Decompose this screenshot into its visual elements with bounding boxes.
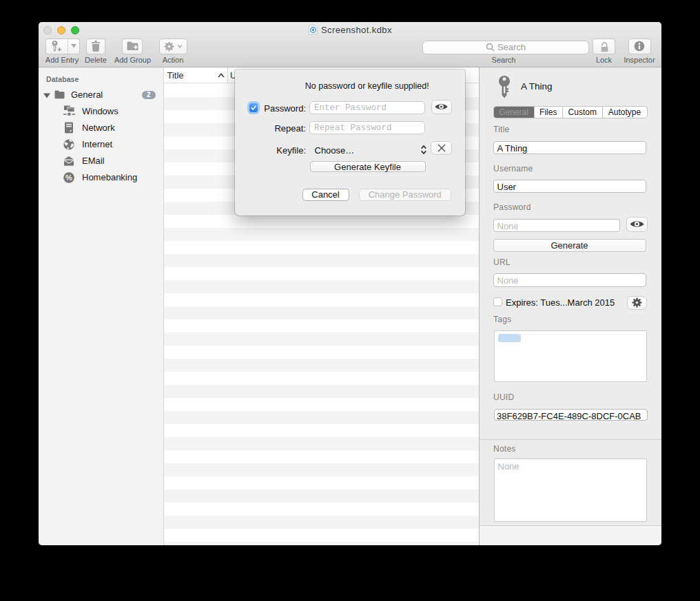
svg-text:%: %	[65, 173, 72, 181]
